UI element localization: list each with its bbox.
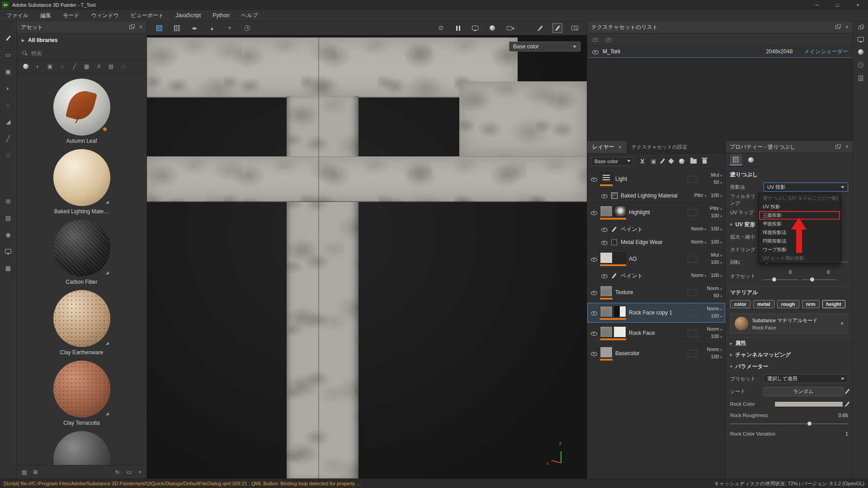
undock-icon[interactable] [835, 25, 840, 29]
filter-textures-icon[interactable]: # [95, 62, 103, 70]
search-input[interactable] [31, 50, 117, 56]
viewport-channel-selector[interactable]: Base color [509, 42, 580, 52]
menu-window[interactable]: ウィンドウ [91, 12, 119, 19]
add-group-icon[interactable] [690, 159, 697, 164]
filter-materials-icon[interactable] [22, 62, 29, 70]
color-picker-icon[interactable] [845, 401, 849, 406]
pen-tool-icon[interactable] [535, 23, 545, 33]
visibility-toggle-icon[interactable] [590, 209, 597, 216]
minimize-button[interactable]: ─ [807, 0, 827, 10]
add-smart-material-icon[interactable] [679, 159, 684, 164]
filter-all-icon[interactable]: ∷ [119, 62, 127, 70]
close-panel-icon[interactable]: × [845, 24, 849, 30]
visibility-toggle-icon[interactable] [592, 48, 599, 55]
layer-effects-box[interactable] [688, 350, 698, 357]
particle-tool-icon[interactable]: ∷ [4, 151, 12, 159]
display-panel-icon[interactable] [858, 37, 864, 42]
shader-panel-icon[interactable] [858, 49, 863, 55]
filter-brushes-icon[interactable]: ╱ [71, 62, 78, 70]
offset-y-slider[interactable]: 0 [802, 269, 836, 283]
share-icon[interactable]: ▤ [4, 214, 12, 222]
camera-settings-icon[interactable] [505, 23, 514, 33]
filter-smart-materials-icon[interactable]: ◐ [34, 62, 42, 70]
add-icon[interactable]: + [225, 23, 235, 33]
projection-combobox[interactable]: UV 投影 [764, 183, 848, 192]
add-paint-layer-icon[interactable] [660, 159, 665, 164]
layer-row-baked-lighting-material[interactable]: Baked Lighting Material Pthr▾100▾ [587, 189, 725, 202]
menu-mode[interactable]: モード [63, 12, 80, 19]
refresh-icon[interactable]: ↻ [115, 469, 120, 475]
layer-row-paint[interactable]: ペイント Norm▾100▾ [587, 223, 725, 236]
asset-thumbnail-dark-material[interactable] [53, 431, 110, 465]
projection-option-uv[interactable]: UV 投影 [759, 202, 840, 211]
tab-layers[interactable]: レイヤー × [587, 141, 627, 153]
axis-gizmo[interactable]: y x [545, 441, 573, 467]
visibility-toggle-icon[interactable] [590, 289, 597, 296]
attributes-section[interactable]: ▸ 属性 [726, 337, 853, 349]
channel-chip-color[interactable]: color [730, 300, 750, 308]
add-asset-icon[interactable]: + [138, 469, 142, 475]
history-icon[interactable] [242, 23, 252, 33]
show-all-icon[interactable] [592, 36, 599, 43]
layer-row-ao[interactable]: AO Mul▾100▾ [587, 249, 725, 269]
visibility-toggle-icon[interactable] [590, 176, 597, 183]
tile-mode-icon[interactable] [172, 23, 182, 33]
brush-tool-button[interactable] [552, 23, 562, 33]
offset-x-slider[interactable]: 0 [764, 269, 798, 283]
random-seed-button[interactable]: ランダム [764, 387, 843, 396]
parameters-section[interactable]: ▾ パラメーター [726, 361, 853, 372]
display-settings-icon[interactable] [470, 23, 480, 33]
layer-effects-box[interactable] [688, 176, 698, 183]
close-button[interactable]: × [848, 0, 868, 10]
layer-effects-box[interactable] [688, 289, 698, 296]
properties-tab-material[interactable] [745, 155, 757, 165]
asset-item[interactable]: ◢ Baked Lighting Mate… [53, 149, 110, 215]
smudge-tool-icon[interactable]: ○ [4, 101, 12, 109]
menu-javascript[interactable]: JavaScript [175, 12, 201, 19]
undock-icon[interactable] [835, 145, 840, 149]
projection-option-uv-set[interactable]: UV セット間の投影 [759, 254, 840, 263]
layer-row-texture[interactable]: Texture Norm▾50▾ [587, 282, 725, 303]
menu-viewport[interactable]: ビューポート [131, 12, 164, 19]
screenshot-camera-icon[interactable] [570, 23, 580, 33]
add-fill-effect-icon[interactable]: ▣ [651, 159, 656, 164]
viewport-canvas[interactable]: Base color y x [147, 35, 587, 479]
channel-chip-metal[interactable]: metal [753, 300, 774, 308]
asset-thumbnail-clay-earthenware[interactable]: ◢ [53, 290, 110, 347]
log-panel-icon[interactable] [859, 75, 863, 81]
filter-environments-icon[interactable]: ▤ [107, 62, 115, 70]
layers-channel-selector[interactable]: Base color [591, 157, 634, 166]
projection-option-fill-uv-tile[interactable]: 塗りつぶし (UV タイルごとに一致) [759, 194, 840, 202]
visibility-toggle-icon[interactable] [590, 310, 597, 316]
visibility-toggle-icon[interactable] [601, 239, 608, 246]
display-settings-icon[interactable] [4, 247, 12, 255]
asset-item[interactable]: Autumn Leaf [53, 79, 110, 144]
visibility-toggle-icon[interactable] [590, 350, 597, 357]
menu-help[interactable]: ヘルプ [241, 12, 258, 19]
layer-row-basecolor[interactable]: Basecolor Norm▾100▾ [587, 343, 725, 364]
asset-thumbnail-carbon-fiber[interactable]: ◢ [53, 220, 110, 277]
rock-roughness-slider[interactable] [730, 421, 848, 427]
texture-set-row[interactable]: M_Torii 2048x2048 メインシェーダー [587, 46, 853, 58]
channel-chip-nrm[interactable]: nrm [802, 300, 820, 308]
filter-alphas-icon[interactable]: ▦ [83, 62, 90, 70]
polygon-fill-tool-icon[interactable]: ◐ [4, 84, 12, 92]
remove-material-icon[interactable]: × [840, 320, 844, 327]
visibility-toggle-icon[interactable] [601, 272, 608, 279]
layer-row-light[interactable]: Light Mul▾50▾ [587, 169, 725, 189]
add-fill-layer-icon[interactable] [668, 158, 674, 164]
layer-row-paint[interactable]: ペイント Norm▾100▾ [587, 269, 725, 282]
menu-python[interactable]: Python [212, 12, 229, 19]
channel-chip-rough[interactable]: rough [777, 300, 799, 308]
material-card[interactable]: Substance マテリアルモード Rock Face × [730, 314, 848, 333]
visibility-toggle-icon[interactable] [590, 256, 597, 263]
asset-item[interactable]: ◢ Carbon Fiber [53, 220, 110, 285]
export-icon[interactable]: ⊞ [4, 197, 12, 205]
pause-engine-button[interactable] [453, 23, 463, 33]
asset-thumbnail-baked-lighting[interactable]: ◢ [53, 149, 110, 206]
clone-tool-icon[interactable]: ◢ [4, 117, 12, 126]
layer-row-metal-edge-wear[interactable]: Metal Edge Wear Norm▾100▾ [587, 236, 725, 249]
shader-settings-icon[interactable] [487, 23, 497, 33]
asset-item[interactable] [53, 431, 110, 465]
visibility-toggle-icon[interactable] [601, 226, 608, 233]
